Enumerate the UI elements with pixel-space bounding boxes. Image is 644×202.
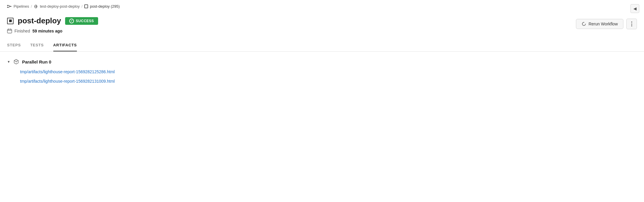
calendar-icon	[7, 28, 12, 33]
finished-row: Finished 59 minutes ago	[7, 28, 98, 33]
header-section: post-deploy ✓ SUCCESS Finished 59 minute	[0, 13, 644, 33]
job-status-icon	[7, 18, 14, 24]
artifact-link-1[interactable]: tmp/artifacts/lighthouse-report-15692821…	[20, 79, 637, 84]
tabs-row: STEPS TESTS ARTIFACTS	[7, 43, 637, 51]
collapse-sidebar-button[interactable]: ◀	[630, 4, 639, 13]
tabs-section: STEPS TESTS ARTIFACTS	[0, 43, 644, 52]
artifacts-list: tmp/artifacts/lighthouse-report-15692821…	[7, 69, 637, 84]
parallel-run-row: ▼ Parallel Run 0	[7, 59, 637, 65]
header-right: Rerun Workflow ⋮	[576, 16, 637, 29]
pipeline-link[interactable]: test-deploy-post-deploy	[40, 4, 80, 9]
cube-icon	[13, 59, 19, 65]
current-job-icon	[84, 4, 88, 8]
parallel-run-label: Parallel Run 0	[22, 59, 51, 64]
status-badge: ✓ SUCCESS	[65, 17, 98, 25]
svg-rect-0	[7, 5, 9, 6]
refresh-icon	[582, 22, 586, 26]
rerun-workflow-button[interactable]: Rerun Workflow	[576, 19, 623, 29]
tab-tests[interactable]: TESTS	[30, 43, 44, 51]
breadcrumb-sep-2: /	[82, 4, 83, 9]
job-title: post-deploy	[18, 16, 61, 25]
page-wrapper: ◀ Pipelines / test-deploy-post-deploy	[0, 0, 644, 202]
breadcrumb-current: post-deploy (295)	[84, 4, 120, 9]
title-row: post-deploy ✓ SUCCESS	[7, 16, 98, 25]
finished-time: 59 minutes ago	[32, 29, 62, 33]
pipelines-icon	[7, 4, 12, 9]
check-circle-icon: ✓	[69, 19, 74, 23]
parallel-run-collapse-arrow[interactable]: ▼	[7, 60, 10, 63]
breadcrumb-sep-1: /	[31, 4, 32, 9]
breadcrumb: Pipelines / test-deploy-post-deploy / po…	[0, 0, 644, 13]
header-left: post-deploy ✓ SUCCESS Finished 59 minute	[7, 16, 98, 33]
content-section: ▼ Parallel Run 0 tmp/artifacts/lighthous…	[0, 52, 644, 84]
tab-steps[interactable]: STEPS	[7, 43, 21, 51]
tab-artifacts[interactable]: ARTIFACTS	[53, 43, 77, 51]
svg-rect-1	[7, 7, 9, 8]
finished-prefix: Finished	[14, 29, 30, 33]
artifact-link-0[interactable]: tmp/artifacts/lighthouse-report-15692821…	[20, 69, 637, 74]
more-dots-icon: ⋮	[629, 21, 634, 27]
collapse-left-icon: ◀	[633, 6, 637, 11]
more-options-button[interactable]: ⋮	[626, 19, 637, 29]
pipelines-link[interactable]: Pipelines	[14, 4, 29, 9]
pipeline-icon	[34, 4, 38, 9]
svg-rect-5	[9, 6, 11, 7]
svg-rect-8	[7, 29, 12, 33]
